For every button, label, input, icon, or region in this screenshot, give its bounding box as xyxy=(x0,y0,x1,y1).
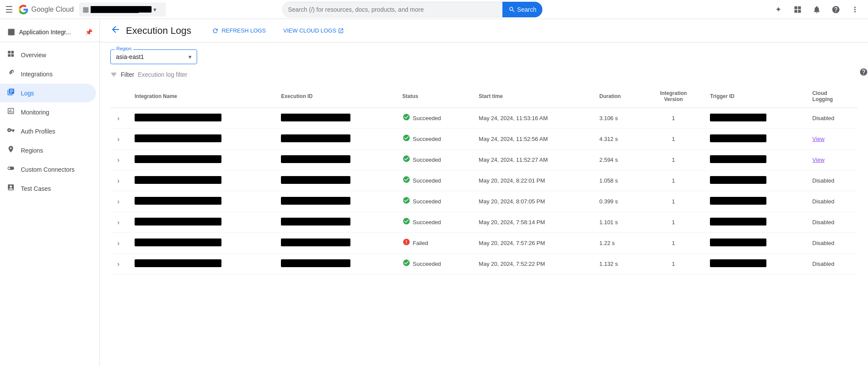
sidebar-item-monitoring[interactable]: Monitoring xyxy=(0,103,96,121)
refresh-logs-button[interactable]: REFRESH LOGS xyxy=(207,25,271,37)
project-name: ████████████ xyxy=(91,6,152,13)
filter-area: Region asia-east1 ▾ Filter Execution log… xyxy=(100,42,868,85)
trigger-id-cell xyxy=(703,212,805,233)
sidebar-integrations-label: Integrations xyxy=(21,71,53,78)
table-row: › SucceededMay 20, 2024, 7:58:14 PM1.101… xyxy=(110,212,858,233)
execution-id-cell xyxy=(274,233,395,254)
col-start-time: Start time xyxy=(472,85,593,108)
execution-id-redacted xyxy=(281,134,350,142)
duration-cell: 3.106 s xyxy=(592,108,644,129)
status-text: Succeeded xyxy=(413,198,441,205)
success-icon xyxy=(403,217,410,227)
dashboard-icon-btn[interactable] xyxy=(790,2,805,17)
search-input[interactable] xyxy=(288,6,499,13)
custom-connectors-icon xyxy=(7,164,15,174)
status-text: Succeeded xyxy=(413,157,441,163)
regions-icon xyxy=(7,145,15,155)
integration-name-redacted xyxy=(135,114,221,121)
duration-cell: 1.22 s xyxy=(592,233,644,254)
monitoring-icon xyxy=(7,107,15,117)
google-cloud-text: Google Cloud xyxy=(31,6,74,13)
test-cases-icon xyxy=(7,183,15,193)
start-time-cell: May 20, 2024, 7:58:14 PM xyxy=(472,212,593,233)
filter-icon xyxy=(110,71,117,78)
spark-icon-btn[interactable]: ✦ xyxy=(771,2,786,17)
success-icon xyxy=(403,155,410,165)
expand-icon[interactable]: › xyxy=(117,114,119,122)
external-link-icon xyxy=(338,28,344,34)
execution-id-redacted xyxy=(281,218,350,225)
page-title: Execution Logs xyxy=(126,25,191,36)
start-time-cell: May 24, 2024, 11:53:16 AM xyxy=(472,108,593,129)
filter-placeholder[interactable]: Execution log filter xyxy=(138,71,187,78)
trigger-id-redacted xyxy=(710,114,766,121)
sidebar-logs-label: Logs xyxy=(21,90,34,97)
sidebar: Application Integr... 📌 Overview Integra… xyxy=(0,19,100,366)
row-expand-cell: › xyxy=(110,191,128,212)
view-link[interactable]: View xyxy=(812,157,825,163)
menu-icon[interactable]: ☰ xyxy=(5,4,13,15)
success-icon xyxy=(403,134,410,144)
integration-name-cell xyxy=(128,108,274,129)
expand-icon[interactable]: › xyxy=(117,219,119,226)
notifications-icon-btn[interactable] xyxy=(809,2,825,17)
table-help-icon[interactable] xyxy=(859,68,868,78)
status-cell: Succeeded xyxy=(396,212,472,233)
filter-label: Filter xyxy=(121,71,134,78)
more-vert-icon xyxy=(851,5,859,14)
expand-icon[interactable]: › xyxy=(117,198,119,205)
col-integration-name: Integration Name xyxy=(128,85,274,108)
status-cell: Succeeded xyxy=(396,254,472,274)
row-expand-cell: › xyxy=(110,170,128,191)
sidebar-item-custom-connectors[interactable]: Custom Connectors xyxy=(0,160,96,179)
filter-row: Filter Execution log filter xyxy=(110,71,858,78)
help-icon-btn[interactable] xyxy=(828,2,844,17)
search-bar[interactable]: Search xyxy=(282,2,543,17)
status-text: Succeeded xyxy=(413,261,441,267)
view-cloud-logs-button[interactable]: VIEW CLOUD LOGS xyxy=(278,25,349,36)
sidebar-item-overview[interactable]: Overview xyxy=(0,46,96,64)
table-row: › SucceededMay 24, 2024, 11:52:56 AM4.31… xyxy=(110,129,858,150)
status-cell: Succeeded xyxy=(396,191,472,212)
integration-name-cell xyxy=(128,212,274,233)
view-link[interactable]: View xyxy=(812,136,825,142)
version-cell: 1 xyxy=(644,191,703,212)
integration-name-cell xyxy=(128,233,274,254)
more-menu-icon-btn[interactable] xyxy=(847,2,863,17)
expand-icon[interactable]: › xyxy=(117,239,119,247)
status-cell: Succeeded xyxy=(396,129,472,150)
project-selector[interactable]: ▦ ████████████ ▾ xyxy=(79,3,166,16)
sidebar-custom-connectors-label: Custom Connectors xyxy=(21,166,75,173)
trigger-id-redacted xyxy=(710,218,766,225)
expand-icon[interactable]: › xyxy=(117,135,119,143)
refresh-icon xyxy=(212,27,219,34)
col-trigger-id: Trigger ID xyxy=(703,85,805,108)
integration-name-redacted xyxy=(135,134,221,142)
expand-icon[interactable]: › xyxy=(117,260,119,268)
expand-icon[interactable]: › xyxy=(117,177,119,184)
duration-cell: 4.312 s xyxy=(592,129,644,150)
trigger-id-redacted xyxy=(710,259,766,267)
status-text: Failed xyxy=(413,240,428,246)
view-cloud-logs-label: VIEW CLOUD LOGS xyxy=(283,27,336,34)
table-row: › SucceededMay 20, 2024, 8:07:05 PM0.399… xyxy=(110,191,858,212)
sidebar-item-auth-profiles[interactable]: Auth Profiles xyxy=(0,122,96,141)
sidebar-test-cases-label: Test Cases xyxy=(21,185,51,192)
logs-icon xyxy=(7,88,15,98)
expand-icon[interactable]: › xyxy=(117,156,119,163)
sidebar-item-logs[interactable]: Logs xyxy=(0,84,96,102)
trigger-id-cell xyxy=(703,191,805,212)
success-icon xyxy=(403,196,410,206)
status-text: Succeeded xyxy=(413,115,441,121)
sidebar-item-test-cases[interactable]: Test Cases xyxy=(0,179,96,198)
col-version: IntegrationVersion xyxy=(644,85,703,108)
duration-cell: 1.058 s xyxy=(592,170,644,191)
region-select[interactable]: asia-east1 ▾ xyxy=(110,49,197,64)
main-layout: Application Integr... 📌 Overview Integra… xyxy=(0,19,868,366)
sidebar-item-regions[interactable]: Regions xyxy=(0,141,96,160)
sidebar-item-integrations[interactable]: Integrations xyxy=(0,65,96,83)
search-button[interactable]: Search xyxy=(502,2,542,17)
back-button[interactable] xyxy=(110,24,121,37)
execution-id-redacted xyxy=(281,176,350,184)
integration-sidebar-icon xyxy=(7,28,16,36)
